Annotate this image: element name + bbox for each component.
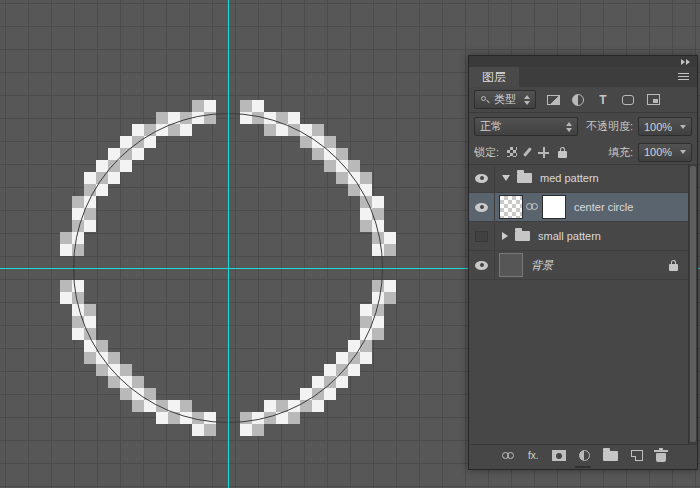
scrollbar-thumb[interactable] xyxy=(690,166,696,442)
panel-resize-notch[interactable] xyxy=(469,466,697,469)
blend-row: 正常 不透明度: 100% xyxy=(469,113,697,140)
hidden-eye-well xyxy=(475,231,488,242)
panel-dock-bar xyxy=(469,56,697,67)
chevron-down-icon xyxy=(680,125,686,129)
filter-type-label: 类型 xyxy=(494,92,516,107)
shape-filter-icon[interactable] xyxy=(620,92,636,107)
eye-icon xyxy=(475,203,488,212)
layer-thumbnail[interactable] xyxy=(499,253,523,277)
visibility-toggle[interactable] xyxy=(469,222,495,250)
updown-arrows-icon xyxy=(566,122,572,132)
visibility-toggle[interactable] xyxy=(469,164,495,192)
folder-icon xyxy=(517,173,532,183)
link-layers-icon[interactable] xyxy=(502,452,515,460)
lock-label: 锁定: xyxy=(474,145,499,160)
type-filter-icon[interactable]: T xyxy=(595,92,611,107)
disclosure-triangle-open-icon[interactable] xyxy=(502,175,510,181)
panel-tab-bar: 图层 xyxy=(469,67,697,87)
smart-filter-icon[interactable] xyxy=(645,92,661,107)
updown-arrows-icon xyxy=(524,95,530,105)
layer-row-center-circle[interactable]: center circle xyxy=(469,193,689,222)
panel-scrollbar[interactable] xyxy=(688,164,697,444)
layer-row-background[interactable]: 背景 xyxy=(469,251,689,280)
new-layer-icon[interactable] xyxy=(631,450,643,461)
layer-name[interactable]: small pattern xyxy=(538,230,601,242)
layer-row-med-pattern[interactable]: med pattern xyxy=(469,164,689,193)
layer-name[interactable]: 背景 xyxy=(531,258,553,273)
delete-layer-icon[interactable] xyxy=(656,453,666,462)
new-adjustment-layer-icon[interactable] xyxy=(579,450,590,461)
blend-mode-dropdown[interactable]: 正常 xyxy=(474,117,578,136)
lock-row: 锁定: 填充: 100% xyxy=(469,140,697,165)
fill-dropdown[interactable]: 100% xyxy=(638,143,692,162)
filter-type-dropdown[interactable]: 类型 xyxy=(474,90,536,109)
lock-paint-icon[interactable] xyxy=(523,147,532,157)
background-lock-icon xyxy=(669,264,678,271)
panel-menu-icon[interactable] xyxy=(678,73,689,74)
visibility-toggle[interactable] xyxy=(469,193,495,221)
lock-transparency-icon[interactable] xyxy=(507,147,517,157)
layer-list: med pattern center circle small pattern … xyxy=(469,164,689,280)
filter-row: 类型 T xyxy=(469,87,697,113)
guide-vertical[interactable] xyxy=(228,0,229,488)
blend-mode-value: 正常 xyxy=(480,119,502,134)
lock-move-icon[interactable] xyxy=(538,147,549,158)
layer-thumbnail[interactable] xyxy=(499,195,523,219)
disclosure-triangle-closed-icon[interactable] xyxy=(502,232,508,240)
tab-layers[interactable]: 图层 xyxy=(469,67,519,87)
new-group-icon[interactable] xyxy=(603,451,618,461)
layer-styles-icon[interactable]: fx. xyxy=(528,450,539,461)
layer-mask-thumbnail[interactable] xyxy=(542,195,566,219)
panel-bottom-bar: fx. xyxy=(469,444,697,466)
mask-link-icon[interactable] xyxy=(526,203,539,211)
lock-buttons xyxy=(507,147,567,158)
chevron-down-icon xyxy=(680,150,686,154)
layer-name[interactable]: med pattern xyxy=(540,172,599,184)
opacity-dropdown[interactable]: 100% xyxy=(638,117,692,136)
opacity-value: 100% xyxy=(644,121,672,133)
layers-panel: 图层 类型 T 正常 不透明度: 100% xyxy=(468,55,698,470)
eye-icon xyxy=(475,174,488,183)
opacity-label: 不透明度: xyxy=(586,119,633,134)
lock-all-icon[interactable] xyxy=(558,151,567,158)
adjustment-filter-icon[interactable] xyxy=(570,92,586,107)
fill-value: 100% xyxy=(644,146,672,158)
layer-name[interactable]: center circle xyxy=(574,201,633,213)
fill-label: 填充: xyxy=(608,145,633,160)
photoshop-workspace: 图层 类型 T 正常 不透明度: 100% xyxy=(0,0,700,488)
collapse-to-icons-button[interactable] xyxy=(681,59,690,65)
pixel-filter-icon[interactable] xyxy=(545,92,561,107)
add-layer-mask-icon[interactable] xyxy=(552,450,566,461)
search-icon xyxy=(480,95,490,105)
folder-icon xyxy=(515,231,530,241)
layer-row-small-pattern[interactable]: small pattern xyxy=(469,222,689,251)
eye-icon xyxy=(475,261,488,270)
visibility-toggle[interactable] xyxy=(469,251,495,279)
